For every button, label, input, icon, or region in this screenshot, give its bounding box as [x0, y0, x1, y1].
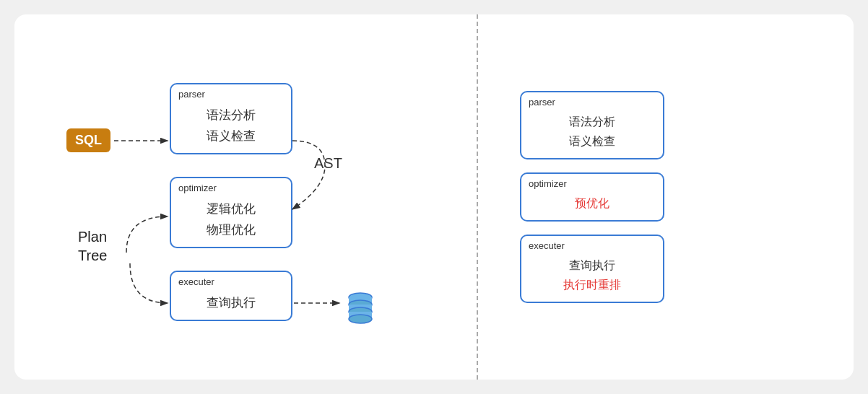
optimizer-box: optimizer 逻辑优化 物理优化 — [170, 177, 292, 248]
ast-label: AST — [314, 155, 342, 172]
svg-point-6 — [349, 315, 372, 323]
right-parser-line2: 语义检查 — [569, 134, 615, 149]
parser-box-content: 语法分析 语义检查 — [171, 101, 291, 153]
optimizer-box-title: optimizer — [171, 178, 291, 195]
right-executer-line1: 查询执行 — [569, 258, 615, 273]
right-optimizer-line1: 预优化 — [575, 196, 609, 211]
sql-label: SQL — [75, 133, 102, 147]
main-container: SQL PlanTree parser 语法分析 语义检查 optimizer … — [14, 14, 854, 380]
executer-line1: 查询执行 — [207, 294, 256, 311]
plan-tree-label: PlanTree — [78, 227, 107, 265]
right-executer-box: executer 查询执行 执行时重排 — [520, 235, 664, 303]
parser-line1: 语法分析 — [207, 107, 256, 123]
left-panel: SQL PlanTree parser 语法分析 语义检查 optimizer … — [14, 14, 477, 380]
right-parser-box: parser 语法分析 语义检查 — [520, 91, 664, 159]
right-optimizer-content: 预优化 — [521, 191, 663, 220]
right-parser-title: parser — [521, 92, 663, 109]
parser-box: parser 语法分析 语义检查 — [170, 83, 292, 154]
executer-box-title: executer — [171, 272, 291, 289]
parser-box-title: parser — [171, 84, 291, 101]
right-parser-content: 语法分析 语义检查 — [521, 109, 663, 158]
optimizer-box-content: 逻辑优化 物理优化 — [171, 195, 291, 247]
right-executer-line2: 执行时重排 — [563, 278, 621, 293]
executer-box-content: 查询执行 — [171, 289, 291, 320]
executer-box: executer 查询执行 — [170, 271, 292, 321]
optimizer-line2: 物理优化 — [207, 222, 256, 238]
right-executer-content: 查询执行 执行时重排 — [521, 253, 663, 302]
right-optimizer-title: optimizer — [521, 174, 663, 191]
right-parser-line1: 语法分析 — [569, 115, 615, 130]
sql-box: SQL — [66, 128, 110, 152]
parser-line2: 语义检查 — [207, 128, 256, 144]
right-panel: parser 语法分析 语义检查 optimizer 预优化 executer … — [477, 14, 854, 380]
right-executer-title: executer — [521, 236, 663, 253]
optimizer-line1: 逻辑优化 — [207, 201, 256, 217]
database-icon — [341, 287, 380, 329]
right-optimizer-box: optimizer 预优化 — [520, 172, 664, 222]
